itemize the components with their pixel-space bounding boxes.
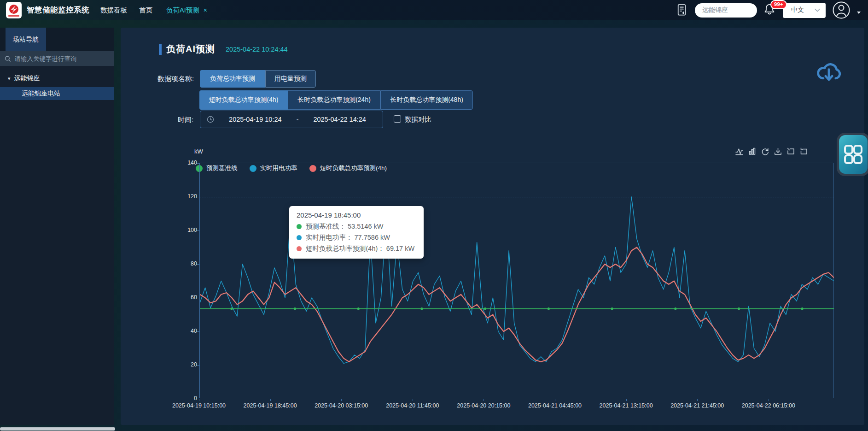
y-tick-mark bbox=[197, 365, 200, 366]
x-tick-mark bbox=[697, 399, 698, 401]
time-separator: - bbox=[297, 116, 299, 123]
logo-icon bbox=[8, 4, 19, 15]
logo-subtext bbox=[8, 15, 19, 17]
y-tick-label: 60 bbox=[180, 294, 197, 301]
series-短时负载总功率预测(4h) bbox=[200, 248, 834, 362]
x-tick-mark bbox=[555, 399, 555, 401]
station-tree: ▾ 远能锦座 远能锦座电站 bbox=[0, 66, 114, 100]
language-select[interactable]: 中文 bbox=[783, 3, 826, 18]
y-tick-mark bbox=[197, 399, 200, 399]
data-zoom-icon[interactable] bbox=[787, 148, 795, 155]
tooltip-dot-baseline bbox=[297, 224, 302, 229]
tree-node-child-selected[interactable]: 远能锦座电站 bbox=[0, 87, 114, 100]
tree-parent-label: 远能锦座 bbox=[14, 74, 40, 83]
x-tick-label: 2025-04-20 20:15:00 bbox=[457, 402, 510, 409]
report-icon[interactable] bbox=[676, 3, 688, 17]
tooltip-row-baseline: 预测基准线： 53.5146 kW bbox=[297, 222, 416, 231]
chevron-down-icon bbox=[815, 8, 820, 12]
station-sidebar: 场站导航 ▾ 远能锦座 远能锦座电站 bbox=[0, 28, 114, 425]
load-forecast-chart[interactable]: 0204060801001201402025-04-19 10:15:00202… bbox=[199, 163, 833, 398]
chart-series-canvas bbox=[200, 163, 834, 399]
dataset-label: 数据项名称: bbox=[157, 75, 194, 83]
subtab-long-term-24h[interactable]: 长时负载总功率预测(24h) bbox=[288, 90, 380, 110]
sidebar-header: 场站导航 bbox=[0, 28, 114, 51]
app-title: 智慧储能监控系统 bbox=[27, 5, 89, 15]
title-accent-bar bbox=[159, 44, 162, 55]
main-panel: 负荷AI预测 2025-04-22 10:24:44 数据项名称: 负荷总功率预… bbox=[121, 28, 864, 425]
avatar-icon[interactable] bbox=[833, 1, 850, 19]
series-marker bbox=[738, 307, 740, 310]
zoom-restore-icon[interactable] bbox=[800, 148, 808, 155]
compare-label: 数据对比 bbox=[405, 115, 431, 124]
y-tick-mark bbox=[197, 331, 200, 332]
logo[interactable] bbox=[6, 2, 22, 18]
search-input[interactable] bbox=[15, 55, 110, 62]
x-tick-label: 2025-04-19 10:15:00 bbox=[172, 402, 226, 409]
subtab-long-term-48h[interactable]: 长时负载总功率预测(48h) bbox=[380, 90, 473, 110]
grid-menu-icon bbox=[844, 143, 863, 165]
tree-caret-icon[interactable]: ▾ bbox=[8, 76, 11, 82]
quick-menu-inner bbox=[839, 135, 868, 174]
search-icon bbox=[5, 55, 11, 62]
x-tick-label: 2025-04-20 03:15:00 bbox=[315, 402, 368, 409]
y-tick-label: 140 bbox=[180, 159, 197, 166]
refresh-icon[interactable] bbox=[761, 148, 769, 155]
top-navbar: 智慧储能监控系统 数据看板 首页 负荷AI预测 × 99+ bbox=[0, 0, 868, 20]
tooltip-row-realtime: 实时用电功率： 77.7586 kW bbox=[297, 233, 416, 242]
compare-checkbox[interactable] bbox=[394, 115, 401, 123]
x-tick-label: 2025-04-21 21:45:00 bbox=[670, 402, 724, 409]
notification-badge: 99+ bbox=[770, 0, 787, 9]
y-tick-mark bbox=[197, 298, 200, 298]
cloud-download-icon bbox=[814, 58, 844, 83]
horizontal-scrollbar[interactable] bbox=[0, 427, 115, 431]
x-tick-mark bbox=[769, 399, 769, 401]
series-marker bbox=[420, 307, 423, 310]
time-start-value[interactable]: 2025-04-19 10:24 bbox=[219, 116, 292, 123]
x-tick-label: 2025-04-22 06:15:00 bbox=[742, 402, 795, 409]
button-energy-forecast[interactable]: 用电量预测 bbox=[265, 70, 316, 88]
y-tick-label: 100 bbox=[180, 227, 197, 233]
station-input[interactable] bbox=[695, 3, 757, 18]
download-icon[interactable] bbox=[774, 148, 782, 155]
notification-bell[interactable]: 99+ bbox=[764, 3, 776, 17]
line-chart-icon[interactable] bbox=[735, 148, 743, 155]
export-button[interactable] bbox=[814, 58, 844, 85]
close-icon[interactable]: × bbox=[204, 7, 207, 13]
y-tick-label: 0 bbox=[180, 395, 197, 401]
tooltip-dot-realtime bbox=[297, 235, 302, 240]
quick-menu-button[interactable] bbox=[837, 133, 868, 176]
user-menu-caret-icon[interactable] bbox=[857, 12, 861, 14]
series-marker bbox=[230, 307, 233, 310]
subtab-short-term-4h[interactable]: 短时负载总功率预测(4h) bbox=[199, 90, 288, 110]
x-tick-mark bbox=[199, 399, 199, 401]
time-end-value[interactable]: 2025-04-22 14:24 bbox=[303, 116, 376, 123]
y-tick-label: 20 bbox=[180, 361, 197, 368]
tab-station-navigation[interactable]: 场站导航 bbox=[6, 28, 46, 51]
time-label: 时间: bbox=[178, 116, 193, 124]
y-tick-label: 120 bbox=[180, 193, 197, 200]
tab-label: 负荷AI预测 bbox=[166, 6, 199, 15]
y-tick-label: 40 bbox=[180, 328, 197, 334]
time-range-picker[interactable]: 2025-04-19 10:24 - 2025-04-22 14:24 bbox=[200, 111, 383, 128]
x-tick-label: 2025-04-21 04:45:00 bbox=[528, 402, 582, 409]
series-marker bbox=[357, 307, 360, 310]
y-tick-mark bbox=[197, 163, 200, 164]
nav-item-dashboard[interactable]: 数据看板 bbox=[100, 6, 127, 15]
tooltip-dot-forecast bbox=[297, 246, 302, 251]
tooltip-time: 2025-04-19 18:45:00 bbox=[297, 211, 416, 219]
x-tick-label: 2025-04-20 11:45:00 bbox=[386, 402, 439, 409]
y-tick-label: 80 bbox=[180, 260, 197, 267]
tree-node-parent[interactable]: ▾ 远能锦座 bbox=[0, 72, 114, 84]
nav-menu: 数据看板 首页 bbox=[100, 6, 152, 15]
series-marker bbox=[484, 307, 486, 310]
series-marker bbox=[548, 307, 550, 310]
x-tick-mark bbox=[413, 399, 413, 401]
x-tick-label: 2025-04-19 18:45:00 bbox=[244, 402, 297, 409]
y-tick-mark bbox=[197, 230, 200, 231]
nav-item-home[interactable]: 首页 bbox=[139, 6, 152, 15]
button-total-power-forecast[interactable]: 负荷总功率预测 bbox=[200, 70, 265, 88]
x-tick-mark bbox=[270, 399, 271, 401]
bar-chart-icon[interactable] bbox=[748, 148, 756, 155]
open-tab-load-forecast[interactable]: 负荷AI预测 × bbox=[166, 6, 207, 15]
chart-tooltip: 2025-04-19 18:45:00 预测基准线： 53.5146 kW 实时… bbox=[289, 206, 424, 259]
